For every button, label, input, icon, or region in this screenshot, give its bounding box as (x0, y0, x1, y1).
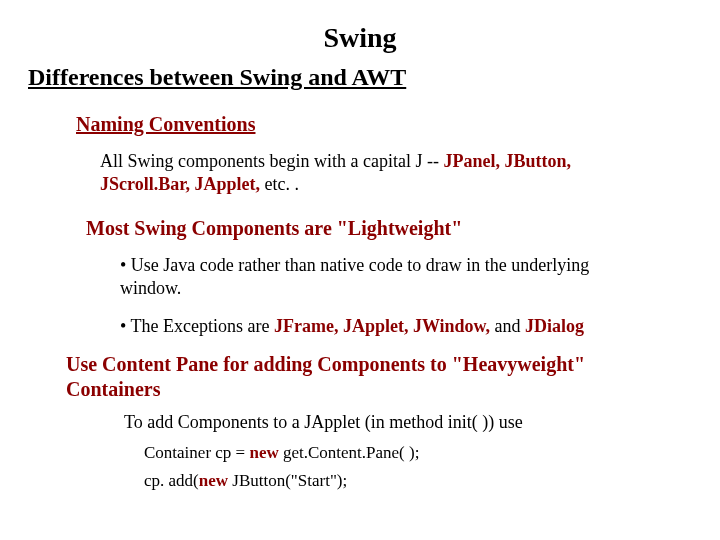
text-naming-pre: All Swing components begin with a capita… (100, 151, 443, 171)
code1-post: get.Content.Pane( ); (279, 443, 420, 462)
text-exceptions-list2: JDialog (525, 316, 584, 336)
text-naming-post: etc. . (260, 174, 299, 194)
section-subtitle: Differences between Swing and AWT (28, 64, 692, 91)
bullet-java-code: • Use Java code rather than native code … (120, 254, 652, 301)
bullet-list-lightweight: • Use Java code rather than native code … (120, 254, 652, 338)
code1-keyword-new: new (249, 443, 278, 462)
code2-post: JButton("Start"); (228, 471, 347, 490)
code-line-2: cp. add(new JButton("Start"); (144, 471, 692, 491)
heading-lightweight: Most Swing Components are "Lightweight" (86, 217, 692, 240)
text-exceptions-mid: and (490, 316, 525, 336)
code2-keyword-new: new (199, 471, 228, 490)
text-exceptions-pre: • The Exceptions are (120, 316, 274, 336)
heading-naming-conventions: Naming Conventions (76, 113, 692, 136)
page-title: Swing (28, 22, 692, 54)
code1-pre: Container cp = (144, 443, 249, 462)
paragraph-add-components: To add Components to a JApplet (in metho… (124, 412, 692, 433)
text-exceptions-list1: JFrame, JApplet, JWindow, (274, 316, 490, 336)
paragraph-naming: All Swing components begin with a capita… (100, 150, 642, 197)
code2-pre: cp. add( (144, 471, 199, 490)
bullet-exceptions: • The Exceptions are JFrame, JApplet, JW… (120, 315, 652, 338)
code-line-1: Container cp = new get.Content.Pane( ); (144, 443, 692, 463)
heading-content-pane: Use Content Pane for adding Components t… (66, 352, 652, 402)
